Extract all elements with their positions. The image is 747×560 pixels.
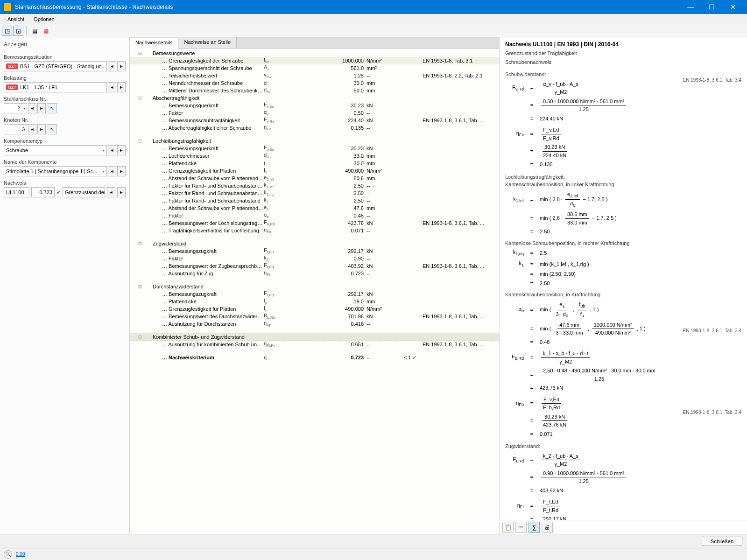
tree-group[interactable]: ⊟Kombinierter Schub- und Zugwiderstand — [130, 333, 499, 341]
tree-row[interactable]: … Lochdurchmesserd033.0mm — [130, 152, 499, 160]
tree-row[interactable]: … Faktor für Rand- und Schraubenabstand … — [130, 189, 499, 197]
tree-row[interactable]: … Abstand der Schraube vom Plattenrand i… — [130, 175, 499, 182]
tree-row[interactable]: … BemessungszugkraftFt,Ed292.17kN — [130, 290, 499, 298]
situation-label: Bemessungssituation — [4, 54, 126, 60]
tree-row[interactable]: … Tragfähigkeitsverhältnis für Lochleibu… — [130, 227, 499, 234]
tree-row[interactable]: … Nenndurchmesser der Schraubed30.0mm — [130, 79, 499, 87]
tree-row[interactable]: … Grenzzugfestigkeit für Plattenfu490.00… — [130, 305, 499, 313]
tool-2[interactable]: ◲ — [13, 26, 23, 36]
nachweis-prev[interactable]: ◄ — [107, 187, 115, 197]
toolbar: ◳ ◲ ▤ ▦ — [0, 24, 747, 37]
tree-row[interactable]: … Abstand der Schraube vom Plattenrand i… — [130, 204, 499, 212]
titlebar: Stahlanschlussbemessung - Stahlanschlüss… — [0, 0, 747, 14]
kompname-field[interactable]: Stirnplatte 1 | Schraubengruppe 1 | Sc..… — [4, 166, 107, 176]
nachweis-desc[interactable]: Grenzzustand der Tr... — [63, 187, 105, 197]
knoten-next[interactable]: ► — [37, 124, 46, 134]
right-body: Grenzzustand der Tragfähigkeit Schrauben… — [500, 49, 747, 520]
rtool-print-icon[interactable]: 🖨 — [542, 522, 553, 533]
komptyp-field[interactable]: Schraube — [4, 145, 107, 155]
rtool-copy-icon[interactable]: 📋 — [502, 522, 514, 533]
minimize-button[interactable]: — — [680, 0, 701, 14]
tree-group[interactable]: ⊟Abschertragfähigkeit — [130, 94, 499, 102]
tree-row[interactable]: … Plattendicket30.0mm — [130, 160, 499, 167]
nachweis-next[interactable]: ► — [117, 187, 126, 197]
situation-prev[interactable]: ◄ — [108, 61, 116, 71]
kompname-label: Name der Komponente — [4, 159, 126, 165]
kompname-prev[interactable]: ◄ — [108, 166, 116, 176]
nachweis-code[interactable]: UL1100 — [4, 187, 29, 197]
tree-row[interactable]: … Bemessungswert der Lochleibungstragfäh… — [130, 219, 499, 227]
tree-row[interactable]: … Abschertragfähigkeit einer SchraubeηFv… — [130, 124, 499, 132]
maximize-button[interactable]: ☐ — [701, 0, 722, 14]
nachweis-ratio: 0.723 — [31, 187, 55, 197]
situation-field[interactable]: GZTBS1 - GZT (STR/GEO) - Ständig un... — [4, 61, 107, 71]
tree-row[interactable]: … Spannungsquerschnitt der SchraubeAs561… — [130, 64, 499, 72]
tree-row[interactable]: … Bemessungswert der Zugbeanspruchbarkei… — [130, 262, 499, 270]
status-value[interactable]: 0.00 — [16, 552, 25, 557]
nachweis-label: Nachweis — [4, 180, 126, 186]
stahl-label: Stahlanschluss Nr. — [4, 96, 126, 102]
tree-row[interactable]: … Grenzzugfestigkeit der Schraubefub1000… — [130, 57, 499, 64]
tool-3[interactable]: ▤ — [29, 26, 40, 36]
tree-group[interactable]: ⊟Zugwiderstand — [130, 240, 499, 247]
menu-ansicht[interactable]: Ansicht — [3, 15, 29, 23]
tree-group[interactable]: ⊟Durchstanzwiderstand — [130, 283, 499, 290]
tree-row[interactable]: … Bemessungswert des Durchstanzwiderstan… — [130, 313, 499, 320]
komptyp-next[interactable]: ► — [117, 145, 126, 155]
kompname-next[interactable]: ► — [117, 166, 126, 176]
right-toolbar: 📋 ≣ ∑ 🖨 — [500, 520, 747, 534]
tab-nachweisdetails[interactable]: Nachweisdetails — [130, 38, 178, 49]
knoten-field[interactable]: 3 — [4, 124, 27, 134]
menu-optionen[interactable]: Optionen — [29, 15, 59, 23]
menubar: Ansicht Optionen — [0, 14, 747, 24]
app-icon — [4, 3, 11, 11]
stahl-field[interactable]: 2 — [4, 103, 27, 113]
rtool-list-icon[interactable]: ≣ — [515, 522, 527, 533]
tree-row[interactable]: … Grenzzugfestigkeit für Plattenfu490.00… — [130, 167, 499, 175]
tree-row[interactable]: … Ausnutzung für kombinierten Schub und … — [130, 341, 499, 348]
center-panel: Nachweisdetails Nachweise an Stelle ⊟Bem… — [130, 37, 500, 534]
knoten-prev[interactable]: ◄ — [28, 124, 36, 134]
stahl-next[interactable]: ► — [37, 103, 46, 113]
details-tree[interactable]: ⊟Bemessungswerte… Grenzzugfestigkeit der… — [130, 49, 499, 534]
tree-row[interactable]: … Faktorαb0.48-- — [130, 212, 499, 219]
tree-row[interactable]: … Faktor für Rand- und Schraubenabstandk… — [130, 197, 499, 204]
sidebar-title: Anzeigen — [4, 39, 126, 50]
tree-row[interactable]: … Faktork20.90-- — [130, 255, 499, 262]
rtool-formula-icon[interactable]: ∑ — [529, 522, 540, 533]
tree-group[interactable]: ⊟Bemessungswerte — [130, 49, 499, 57]
komptyp-prev[interactable]: ◄ — [108, 145, 116, 155]
tree-row[interactable]: … Ausnutzung für DurchstanzenηBp0.416-- — [130, 320, 499, 328]
tool-4[interactable]: ▦ — [41, 26, 51, 36]
check-icon: ✔ — [56, 189, 61, 196]
knoten-pick-icon[interactable]: ↖ — [47, 124, 57, 134]
tree-row[interactable]: … BemessungsquerkraftFv,Ed30.23kN — [130, 102, 499, 109]
stahl-pick-icon[interactable]: ↖ — [47, 103, 57, 113]
ref-3: EN 1993-1-8, 3.6.1, Tab. 3.4 — [683, 409, 741, 416]
tree-row[interactable]: … BemessungsquerkraftFv,Ed30.23kN — [130, 145, 499, 152]
tree-row[interactable]: … Faktor für Rand- und Schraubenabstand … — [130, 182, 499, 189]
tree-row[interactable]: … Ausnutzung für ZugηFt0.723-- — [130, 270, 499, 277]
status-search-icon[interactable]: 🔍 — [4, 550, 12, 559]
belastung-next[interactable]: ► — [117, 82, 126, 92]
tree-group[interactable]: ⊟Lochleibungstragfähigkeit — [130, 137, 499, 145]
tree-row[interactable]: … BemessungszugkraftFt,Ed292.17kN — [130, 247, 499, 255]
situation-next[interactable]: ► — [117, 61, 126, 71]
right-panel: Nachweis UL1100 | EN 1993 | DIN | 2016-0… — [500, 37, 747, 534]
tree-row[interactable]: … Plattendicketp19.0mm — [130, 298, 499, 305]
ref-1: EN 1993-1-8, 3.6.1, Tab. 3.4 — [683, 77, 741, 84]
close-window-button[interactable]: ✕ — [722, 0, 743, 14]
tree-row[interactable]: … BemessungsschubtragfähigkeitFv,Rd224.4… — [130, 117, 499, 124]
tree-row[interactable]: … Faktorαv0.50-- — [130, 109, 499, 117]
tree-row[interactable]: … Mittlerer Durchmesser des Schraubenkop… — [130, 87, 499, 94]
tree-row[interactable]: … TeilsicherheitsbeiwertγM21.25--EN 1993… — [130, 72, 499, 79]
tab-nachweise-an-stelle[interactable]: Nachweise an Stelle — [178, 37, 237, 48]
tool-1[interactable]: ◳ — [2, 26, 12, 36]
belastung-prev[interactable]: ◄ — [108, 82, 116, 92]
tabs: Nachweisdetails Nachweise an Stelle — [130, 37, 499, 49]
belastung-field[interactable]: GZTLK1 - 1.35 * LF1 — [4, 82, 107, 92]
komptyp-label: Komponententyp — [4, 138, 126, 144]
stahl-prev[interactable]: ◄ — [28, 103, 36, 113]
tree-row[interactable]: … Nachweiskriteriumη0.723--≤ 1 ✔ — [130, 354, 499, 361]
close-button[interactable]: Schließen — [702, 537, 742, 546]
